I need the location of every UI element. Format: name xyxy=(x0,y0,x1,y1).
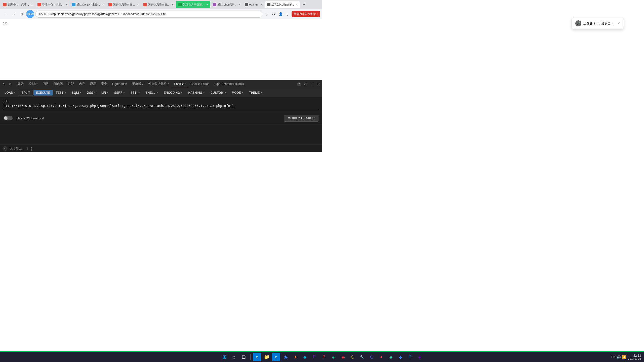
tab-2[interactable]: 管理中心 - 点滴... ✕ xyxy=(35,1,69,8)
hashing-arrow: ▼ xyxy=(203,92,205,94)
menu-icon[interactable]: ⋮ xyxy=(285,11,291,17)
tab-cookie-editor[interactable]: Cookie-Editor xyxy=(188,80,211,88)
tab-favicon-1 xyxy=(3,3,7,6)
lfi-arrow: ▼ xyxy=(107,92,109,94)
tab-network[interactable]: 网络 xyxy=(40,80,51,88)
browser-toolbar: ← → ↻ 120:27 127.0.0.1/ispirit/interface… xyxy=(0,9,322,19)
tab-8[interactable]: oa.html ✕ xyxy=(243,1,264,8)
hackbar-xss-button[interactable]: XSS ▼ xyxy=(85,90,98,96)
post-row: Use POST method MODIFY HEADER xyxy=(0,112,322,124)
tab-favicon-5 xyxy=(143,3,147,6)
tab-close-6[interactable]: ✕ xyxy=(206,3,208,6)
tab-security[interactable]: 安全 xyxy=(99,80,110,88)
tab-close-4[interactable]: ✕ xyxy=(137,3,139,6)
mode-arrow: ▼ xyxy=(242,92,244,94)
tab-performance-insights[interactable]: 性能数据分析 ♪ xyxy=(146,80,171,88)
tab-bar: 管理中心 - 点滴... ✕ 管理中心 - 点滴... ✕ 通达OA 文件上传.… xyxy=(0,0,322,9)
address-bar[interactable]: 127.0.0.1/ispirit/interface/gateway.php?… xyxy=(35,11,262,18)
page-text: 123 xyxy=(3,21,9,25)
devtools-bottom-bar: ⊙ 说点什么... | ❮ xyxy=(0,145,322,152)
theme-arrow: ▼ xyxy=(260,92,262,94)
bottom-circle-icon[interactable]: ⊙ xyxy=(3,146,8,151)
tab-title-6: 您正在共享屏幕... xyxy=(183,3,204,7)
hackbar-sqli-button[interactable]: SQLI ▼ xyxy=(69,90,84,96)
extension-icon[interactable]: ⚙ xyxy=(270,11,276,17)
hackbar-encoding-button[interactable]: ENCODING ▼ xyxy=(161,90,185,96)
hackbar-toolbar: LOAD ▼ SPLIT EXECUTE TEST ▼ SQLI ▼ XSS ▼… xyxy=(0,88,322,97)
test-arrow: ▼ xyxy=(64,92,66,94)
tab-close-3[interactable]: ✕ xyxy=(102,3,104,6)
devtools-settings-icon[interactable]: ⚙ xyxy=(303,82,308,86)
devtools-close-icon[interactable]: ✕ xyxy=(316,82,321,86)
tab-close-5[interactable]: ✕ xyxy=(172,3,174,6)
tab-5[interactable]: 国家信息安全漏... ✕ xyxy=(141,1,176,8)
tab-favicon-8 xyxy=(245,3,248,6)
tab-elements[interactable]: 元素 xyxy=(15,80,26,88)
toolbar-right: ☆ ⚙ 👤 ⋮ 重新启动即可更新 ↓ xyxy=(263,11,320,17)
hackbar-shell-button[interactable]: SHELL ▼ xyxy=(143,90,161,96)
tab-3[interactable]: 通达OA 文件上传... ✕ xyxy=(70,1,106,8)
tab-recorder[interactable]: 记录器 ♪ xyxy=(130,80,146,88)
tab-close-1[interactable]: ✕ xyxy=(31,3,33,6)
hackbar-lfi-button[interactable]: LFI ▼ xyxy=(99,90,111,96)
url-section: URL http://127.0.0.1//ispirit/interface/… xyxy=(0,97,322,112)
restart-button[interactable]: 重新启动即可更新 ↓ xyxy=(292,11,320,17)
tab-supersearch[interactable]: superSearchPlusTools xyxy=(211,80,246,88)
tab-title-1: 管理中心 - 点滴... xyxy=(8,3,29,7)
bookmark-icon[interactable]: ☆ xyxy=(263,11,269,17)
hackbar-ssrf-button[interactable]: SSRF ▼ xyxy=(112,90,128,96)
tab-performance[interactable]: 性能 xyxy=(65,80,76,88)
encoding-arrow: ▼ xyxy=(181,92,183,94)
tab-favicon-4 xyxy=(108,3,112,6)
hackbar-hashing-button[interactable]: HASHING ▼ xyxy=(186,90,207,96)
tab-sources[interactable]: 源代码 xyxy=(51,80,65,88)
page-content: 123 xyxy=(0,19,322,80)
hackbar-split-button[interactable]: SPLIT xyxy=(19,90,33,96)
post-method-label: Use POST method xyxy=(17,116,44,120)
hackbar-ssti-button[interactable]: SSTI ▼ xyxy=(128,90,143,96)
tab-title-5: 国家信息安全漏... xyxy=(148,3,170,7)
new-tab-button[interactable]: + xyxy=(300,1,307,8)
devtools-pointer-icon[interactable]: ↖ xyxy=(1,81,7,87)
hackbar-theme-button[interactable]: THEME ▼ xyxy=(247,90,265,96)
post-method-toggle[interactable] xyxy=(4,116,13,120)
tab-1[interactable]: 管理中心 - 点滴... ✕ xyxy=(1,1,35,8)
ssti-arrow: ▼ xyxy=(138,92,140,94)
tab-title-2: 管理中心 - 点滴... xyxy=(42,3,63,7)
tab-favicon-7 xyxy=(213,3,216,6)
tab-hackbar[interactable]: HackBar xyxy=(171,80,188,88)
tab-close-7[interactable]: ✕ xyxy=(238,3,240,6)
custom-arrow: ▼ xyxy=(224,92,226,94)
tab-console[interactable]: 控制台 xyxy=(26,80,40,88)
tab-title-4: 国家信息安全漏... xyxy=(113,3,135,7)
forward-button[interactable]: → xyxy=(10,11,17,18)
tab-close-2[interactable]: ✕ xyxy=(65,3,67,6)
hackbar-execute-button[interactable]: EXECUTE xyxy=(33,90,53,96)
sqli-arrow: ▼ xyxy=(79,92,82,94)
back-button[interactable]: ← xyxy=(2,11,9,18)
url-value[interactable]: http://127.0.0.1//ispirit/interface/gate… xyxy=(4,104,318,109)
devtools-device-icon[interactable]: □ xyxy=(8,81,13,87)
tab-4[interactable]: 国家信息安全漏... ✕ xyxy=(106,1,141,8)
tab-favicon-2 xyxy=(37,3,41,6)
tab-memory[interactable]: 内存 xyxy=(76,80,88,88)
hackbar-test-button[interactable]: TEST ▼ xyxy=(53,90,69,96)
tab-lighthouse[interactable]: Lighthouse xyxy=(110,80,130,88)
tab-7[interactable]: 通达 php解密... ✕ xyxy=(211,1,242,8)
hackbar-custom-button[interactable]: CUSTOM ▼ xyxy=(208,90,229,96)
tab-6[interactable]: 您正在共享屏幕... ✕ xyxy=(176,1,210,8)
bottom-expand-icon[interactable]: ❮ xyxy=(30,147,33,151)
devtools-tabs: ↖ □ 元素 控制台 网络 源代码 性能 内存 应用 安全 Lighthouse xyxy=(0,80,322,88)
tab-close-9[interactable]: ✕ xyxy=(296,3,298,6)
modify-header-button[interactable]: MODIFY HEADER xyxy=(284,115,318,122)
hackbar-load-button[interactable]: LOAD ▼ xyxy=(2,90,18,96)
tab-title-7: 通达 php解密... xyxy=(217,3,236,7)
user-icon[interactable]: 👤 xyxy=(277,11,284,17)
tab-9[interactable]: 127.0.0.1//ispirit/... ✕ xyxy=(265,1,300,8)
tab-application[interactable]: 应用 xyxy=(88,80,99,88)
hackbar-mode-button[interactable]: MODE ▼ xyxy=(229,90,246,96)
devtools-more-icon[interactable]: ⋮ xyxy=(309,82,315,86)
tab-close-8[interactable]: ✕ xyxy=(260,3,262,6)
timer-badge: 120:27 xyxy=(26,10,34,18)
refresh-button[interactable]: ↻ xyxy=(18,11,25,18)
